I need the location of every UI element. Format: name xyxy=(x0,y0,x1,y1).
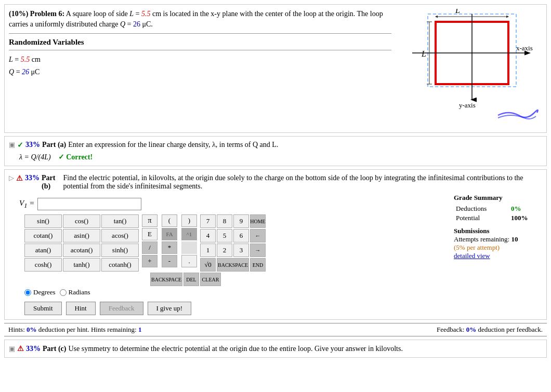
numpad-last-row: BACKSPACE DEL CLEAR xyxy=(150,273,449,286)
diagram-area: L L x-axis xyxy=(397,9,542,128)
diagram-svg: L L x-axis xyxy=(397,9,542,128)
slash-btn[interactable]: / xyxy=(142,241,158,254)
FA-btn[interactable]: FA xyxy=(162,228,177,240)
minus-btn[interactable]: - xyxy=(162,255,177,267)
num2-btn[interactable]: 2 xyxy=(217,244,232,257)
part-b-header: ▷ ⚠ 33% Part (b) Find the electric poten… xyxy=(9,174,542,191)
hints-mid: deduction per hint. Hints remaining: xyxy=(38,326,137,333)
hint-btn[interactable]: Hint xyxy=(66,302,96,315)
clear-btn[interactable]: CLEAR xyxy=(200,273,221,286)
submit-btn[interactable]: Submit xyxy=(24,302,62,315)
part-c-checkbox: ▣ xyxy=(9,345,15,353)
acos-btn[interactable]: acos() xyxy=(101,229,139,242)
part-a-header: ▣ ✓ 33% Part (a) Enter an expression for… xyxy=(9,141,542,150)
plus-btn[interactable]: + xyxy=(142,255,158,267)
num1-btn[interactable]: 1 xyxy=(200,244,216,257)
cotan-btn[interactable]: cotan() xyxy=(24,229,62,242)
potential-label: Potential xyxy=(454,213,509,223)
tanh-btn[interactable]: tanh() xyxy=(63,258,100,272)
part-b-section: ▷ ⚠ 33% Part (b) Find the electric poten… xyxy=(4,169,547,320)
pi-btn[interactable]: π xyxy=(142,214,158,227)
num8-btn[interactable]: 8 xyxy=(217,214,232,228)
part-b-label: Part (b) xyxy=(42,174,61,191)
action-row: Submit Hint Feedback I give up! xyxy=(24,302,449,315)
part-a-section: ▣ ✓ 33% Part (a) Enter an expression for… xyxy=(4,136,547,166)
num6-btn[interactable]: 6 xyxy=(233,229,249,242)
num7-btn[interactable]: 7 xyxy=(200,214,216,228)
problem-section: (10%) Problem 6: A square loop of side L… xyxy=(4,4,547,133)
sep-col-2: ( FA * - xyxy=(162,214,177,272)
part-c-description: Use symmetry to determine the electric p… xyxy=(68,345,402,353)
hints-right: Feedback: 0% deduction per feedback. xyxy=(437,326,543,334)
E-btn[interactable]: E xyxy=(142,228,158,240)
num4-btn[interactable]: 4 xyxy=(200,229,216,242)
hints-remaining: 1 xyxy=(138,326,142,333)
sinh-btn[interactable]: sinh() xyxy=(101,244,139,257)
feedback-btn[interactable]: Feedback xyxy=(100,302,143,315)
sep-col-1: π E / + xyxy=(142,214,158,272)
num3-btn[interactable]: 3 xyxy=(233,244,249,257)
detailed-view-line: detailed view xyxy=(454,252,542,260)
home-btn[interactable]: HOME xyxy=(250,214,266,228)
caret1-btn[interactable]: ^1 xyxy=(181,228,197,240)
degrees-radio[interactable] xyxy=(24,289,31,296)
func-buttons-grid: sin() cos() tan() cotan() asin() acos() … xyxy=(24,214,139,272)
sin-btn[interactable]: sin() xyxy=(24,214,62,228)
var-L-line: L = 5.5 cm xyxy=(9,53,391,66)
part-a-checkbox: ▣ xyxy=(9,141,15,149)
part-b-checkbox: ▷ xyxy=(9,174,14,182)
degrees-label[interactable]: Degrees xyxy=(24,288,56,296)
feedback-mid: deduction per feedback. xyxy=(478,326,543,333)
grade-summary-table: Deductions 0% Potential 100% xyxy=(454,204,542,223)
var-Q-line: Q = 26 μC xyxy=(9,66,391,78)
attempts-value: 10 xyxy=(511,235,518,243)
backspace-btn[interactable]: BACKSPACE xyxy=(217,258,249,272)
part-a-answer-line: λ = Q/(4L) ✓ Correct! xyxy=(19,153,542,161)
cotanh-btn[interactable]: cotanh() xyxy=(101,258,139,272)
backspace2-btn[interactable]: BACKSPACE xyxy=(150,273,182,286)
x-axis-label: x-axis xyxy=(516,44,533,52)
feedback-text: Feedback: xyxy=(437,326,464,333)
atan-btn[interactable]: atan() xyxy=(24,244,62,257)
v1-input[interactable] xyxy=(37,198,141,210)
radians-text: Radians xyxy=(69,288,90,296)
del-btn[interactable]: DEL xyxy=(183,273,199,286)
submissions-title: Submissions xyxy=(454,227,542,235)
y-axis-label: y-axis xyxy=(459,101,476,109)
cosh-btn[interactable]: cosh() xyxy=(24,258,62,272)
sqrt-btn[interactable]: √0 xyxy=(200,258,216,272)
submissions-section: Submissions Attempts remaining: 10 (5% p… xyxy=(454,227,542,260)
acotan-btn[interactable]: acotan() xyxy=(63,244,100,257)
rarrow-btn[interactable]: → xyxy=(250,244,266,257)
cos-btn[interactable]: cos() xyxy=(63,214,100,228)
radians-radio[interactable] xyxy=(60,289,67,296)
tan-btn[interactable]: tan() xyxy=(101,214,139,228)
hints-left: Hints: 0% deduction per hint. Hints rema… xyxy=(8,326,141,334)
star-btn[interactable]: * xyxy=(162,241,177,254)
num5-btn[interactable]: 5 xyxy=(217,229,232,242)
num9-btn[interactable]: 9 xyxy=(233,214,249,228)
problem-title: (10%) Problem 6: A square loop of side L… xyxy=(9,9,391,29)
open-paren-btn[interactable]: ( xyxy=(162,214,177,227)
igiveup-btn[interactable]: I give up! xyxy=(148,302,192,315)
part-a-percent: 33% xyxy=(25,141,40,149)
randomized-vars-title: Randomized Variables xyxy=(9,38,391,47)
part-b-inner: V1 = sin() cos() tan() cotan() asin() ac… xyxy=(9,194,542,315)
asin-btn[interactable]: asin() xyxy=(63,229,100,242)
part-b-content: V1 = sin() cos() tan() cotan() asin() ac… xyxy=(9,194,449,315)
hints-bar: Hints: 0% deduction per hint. Hints rema… xyxy=(4,323,547,336)
grade-summary-title: Grade Summary xyxy=(454,194,542,202)
L-top-label: L xyxy=(455,9,460,15)
end-btn[interactable]: END xyxy=(250,258,266,272)
part-b-description: Find the electric potential, in kilovolt… xyxy=(63,174,543,191)
detailed-view-link[interactable]: detailed view xyxy=(454,252,490,260)
potential-value: 100% xyxy=(509,213,542,223)
part-b-percent: 33% xyxy=(25,174,40,182)
v1-label: V1 = xyxy=(19,199,34,210)
larrow-btn[interactable]: ← xyxy=(250,229,266,242)
radians-label[interactable]: Radians xyxy=(60,288,90,296)
close-paren-btn[interactable]: ) xyxy=(181,214,197,227)
problem-text-area: (10%) Problem 6: A square loop of side L… xyxy=(9,9,391,128)
blank-btn-1 xyxy=(181,241,197,254)
dot-btn[interactable]: . xyxy=(181,255,197,267)
